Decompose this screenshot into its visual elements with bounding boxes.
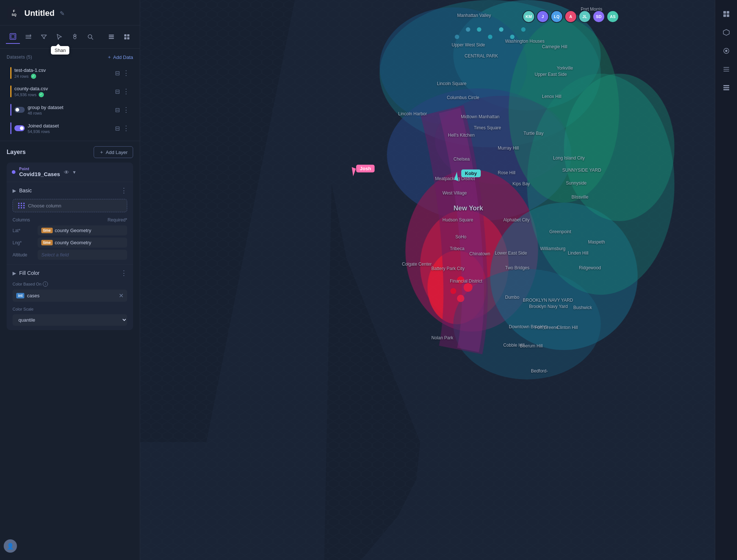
map-menu-btn[interactable] bbox=[720, 63, 733, 76]
map-hex-btn[interactable] bbox=[720, 26, 733, 39]
altitude-field-row: Altitude Select a field bbox=[13, 250, 127, 260]
layer-color-dot bbox=[12, 170, 15, 174]
svg-rect-1 bbox=[11, 35, 15, 38]
layer-expand-icon[interactable]: ▾ bbox=[73, 169, 76, 175]
svg-point-44 bbox=[725, 50, 727, 52]
dataset-item-4[interactable]: Joined dataset 54,936 rows ⊟ ⋮ bbox=[7, 119, 133, 137]
lat-field-text: county Geometry bbox=[55, 228, 91, 233]
add-layer-button[interactable]: ＋ Add Layer bbox=[94, 146, 133, 158]
map-grid-btn[interactable] bbox=[720, 7, 733, 21]
user-avatar-sd[interactable]: SD bbox=[592, 10, 605, 23]
cases-value: cases bbox=[27, 293, 39, 298]
map-filter-btn[interactable] bbox=[720, 44, 733, 57]
lng-field-value[interactable]: time county Geometry bbox=[38, 238, 127, 248]
svg-point-35 bbox=[464, 283, 473, 292]
stacks-btn[interactable] bbox=[21, 30, 35, 44]
svg-rect-5 bbox=[109, 36, 114, 38]
josh-cursor: Josh bbox=[350, 168, 355, 176]
lat-label: Lat* bbox=[13, 228, 35, 233]
altitude-field-value[interactable]: Select a field bbox=[38, 250, 127, 260]
dataset-toggle-4[interactable] bbox=[14, 125, 25, 131]
layers-tab-btn[interactable] bbox=[6, 30, 20, 44]
fields-grid: Lat* time county Geometry Lng* ti bbox=[13, 225, 127, 260]
cases-type-badge: int bbox=[16, 293, 24, 298]
dataset-color-bar-2 bbox=[10, 85, 11, 97]
dataset-color-bar-3 bbox=[10, 104, 11, 116]
cursor-btn[interactable] bbox=[52, 30, 66, 44]
required-text: Required* bbox=[108, 217, 127, 223]
dataset-item-2[interactable]: county-data.csv 54,936 rows ✓ ⊟ ⋮ bbox=[7, 83, 133, 100]
user-avatar-jl[interactable]: JL bbox=[578, 10, 591, 23]
user-avatar-lq[interactable]: LQ bbox=[550, 10, 563, 23]
user-avatar-as[interactable]: AS bbox=[606, 10, 619, 23]
svg-point-34 bbox=[457, 276, 465, 284]
dataset-table-icon-4: ⊟ bbox=[115, 125, 120, 132]
edit-title-icon[interactable]: ✎ bbox=[60, 10, 65, 17]
columns-label: Columns bbox=[13, 217, 30, 223]
svg-rect-41 bbox=[727, 14, 729, 17]
datasets-header: Datasets (5) ＋ Add Data bbox=[7, 54, 133, 60]
svg-point-29 bbox=[499, 27, 504, 32]
svg-rect-45 bbox=[723, 85, 729, 86]
dataset-info-2: county-data.csv 54,936 rows ✓ bbox=[14, 86, 112, 97]
app-logo: F SQ bbox=[7, 7, 21, 20]
map-list-btn[interactable] bbox=[720, 81, 733, 94]
svg-point-27 bbox=[477, 27, 482, 32]
subsection-toggle-basic[interactable]: ▶ bbox=[13, 188, 16, 193]
svg-rect-47 bbox=[723, 89, 729, 90]
layer-type-badge: Point bbox=[19, 167, 60, 171]
list-view-btn[interactable] bbox=[104, 30, 118, 44]
dataset-menu-3[interactable]: ⋮ bbox=[123, 106, 129, 114]
subsection-menu-basic[interactable]: ⋮ bbox=[121, 186, 127, 195]
sidebar-header: F SQ Untitled ✎ bbox=[0, 0, 140, 25]
search-map-btn[interactable] bbox=[83, 30, 97, 44]
dataset-table-icon-3: ⊟ bbox=[115, 106, 120, 113]
settings-btn[interactable] bbox=[68, 30, 82, 44]
dataset-info-3: group by dataset 48 rows bbox=[28, 105, 112, 115]
dataset-meta-4: 54,936 rows bbox=[28, 129, 112, 134]
koby-cursor-label: Koby bbox=[461, 169, 481, 177]
dataset-item-3[interactable]: group by dataset 48 rows ⊟ ⋮ bbox=[7, 101, 133, 119]
svg-point-26 bbox=[564, 74, 675, 221]
choose-column-button[interactable]: Choose column bbox=[13, 199, 127, 212]
svg-point-28 bbox=[488, 35, 493, 39]
map-svg bbox=[140, 0, 737, 560]
svg-point-31 bbox=[521, 27, 526, 32]
grid-view-btn[interactable] bbox=[120, 30, 134, 44]
app-title: Untitled bbox=[24, 8, 55, 18]
filter-btn[interactable] bbox=[37, 30, 51, 44]
layers-header: Layers ＋ Add Layer bbox=[7, 146, 133, 158]
layer-visibility-icon[interactable]: 👁 bbox=[64, 169, 69, 175]
dataset-status-1: ✓ bbox=[31, 74, 36, 79]
dataset-menu-2[interactable]: ⋮ bbox=[123, 87, 129, 95]
lat-field-row: Lat* time county Geometry bbox=[13, 225, 127, 235]
toolbar: Shan bbox=[0, 25, 140, 49]
dataset-rows-4: 54,936 rows bbox=[28, 129, 50, 134]
cases-remove-icon[interactable]: ✕ bbox=[119, 292, 124, 299]
dataset-info-4: Joined dataset 54,936 rows bbox=[28, 123, 112, 134]
svg-rect-10 bbox=[127, 37, 129, 39]
dataset-name-4: Joined dataset bbox=[28, 123, 112, 129]
lng-field-row: Lng* time county Geometry bbox=[13, 238, 127, 248]
user-avatar-a[interactable]: A bbox=[564, 10, 577, 23]
subsection-toggle-fill[interactable]: ▶ bbox=[13, 270, 16, 276]
user-avatar-km[interactable]: KM bbox=[522, 10, 535, 23]
color-scale-select[interactable]: quantile bbox=[13, 314, 127, 326]
user-avatar-j[interactable]: J bbox=[536, 10, 549, 23]
svg-rect-38 bbox=[723, 11, 726, 14]
user-section: 👤 bbox=[0, 548, 140, 560]
dataset-item-1[interactable]: test-data-1.csv 24 rows ✓ ⊟ ⋮ bbox=[7, 64, 133, 82]
subsection-menu-fill[interactable]: ⋮ bbox=[121, 269, 127, 277]
svg-rect-8 bbox=[127, 34, 129, 36]
dataset-menu-1[interactable]: ⋮ bbox=[123, 69, 129, 77]
dataset-menu-4[interactable]: ⋮ bbox=[123, 124, 129, 132]
map-right-sidebar bbox=[715, 0, 737, 560]
josh-cursor-label: Josh bbox=[356, 165, 375, 172]
lat-field-value[interactable]: time county Geometry bbox=[38, 225, 127, 235]
svg-rect-40 bbox=[723, 14, 726, 17]
dataset-toggle-3[interactable] bbox=[14, 107, 25, 113]
info-icon[interactable]: i bbox=[43, 281, 48, 287]
add-data-button[interactable]: ＋ Add Data bbox=[107, 54, 133, 60]
svg-point-37 bbox=[457, 295, 465, 302]
user-avatar-icon[interactable]: 👤 bbox=[4, 539, 17, 553]
